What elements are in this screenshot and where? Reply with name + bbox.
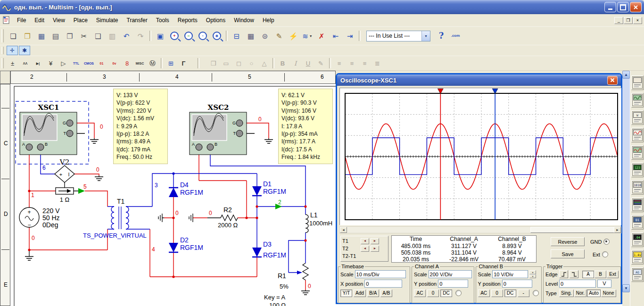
place-transistor-icon[interactable]: ¥ xyxy=(45,58,57,69)
timebase-ba-button[interactable]: B/A xyxy=(367,289,379,297)
copy-icon[interactable]: ❑ xyxy=(91,29,105,42)
align-left-icon[interactable]: ≡ xyxy=(333,58,345,69)
oscilloscope-xsc2-symbol[interactable] xyxy=(190,112,247,155)
timebase-add-button[interactable]: Add xyxy=(354,289,366,297)
restore-button[interactable] xyxy=(617,2,629,12)
controlled-source-v2-symbol[interactable] xyxy=(55,165,74,182)
channel-b-0-button[interactable]: 0 xyxy=(491,289,503,297)
place-analog-icon[interactable]: ▷ xyxy=(58,58,69,69)
oscilloscope-titlebar[interactable]: Oscilloscope-XSC1 xyxy=(337,74,621,86)
dropdown-arrow-icon[interactable]: ▼ xyxy=(421,31,430,41)
menu-reports[interactable]: Reports xyxy=(173,15,202,25)
align-right-icon[interactable]: ≡ xyxy=(359,58,371,69)
underline-icon[interactable]: U xyxy=(302,58,314,69)
channel-b-dc-button[interactable]: DC xyxy=(504,289,516,297)
multimeter-icon[interactable] xyxy=(631,75,644,90)
channel-b-ac-button[interactable]: AC xyxy=(478,289,490,297)
education-web-icon[interactable]: .com xyxy=(449,29,462,42)
place-mixed-icon[interactable]: 0v xyxy=(108,58,120,69)
place-misc-digital-icon[interactable]: 01 xyxy=(96,58,107,69)
mdi-minimize-button[interactable]: _ xyxy=(614,17,623,24)
channel-a-radio[interactable] xyxy=(455,290,462,296)
menu-tools[interactable]: Tools xyxy=(152,15,173,25)
falling-edge-icon[interactable] xyxy=(570,270,578,278)
channel-b--button[interactable]: - xyxy=(518,289,529,297)
place-ttl-icon[interactable]: TTL xyxy=(70,58,82,69)
mdi-restore-button[interactable]: ❐ xyxy=(624,17,633,24)
undo-icon[interactable]: ↶ xyxy=(120,29,133,42)
ground-symbol[interactable] xyxy=(25,250,33,260)
redo-icon[interactable]: ↷ xyxy=(134,29,147,42)
spinner-down-icon[interactable]: ▾ xyxy=(529,274,536,279)
channel-a-0-button[interactable]: 0 xyxy=(427,289,439,297)
grapher-icon[interactable]: ≋▼ xyxy=(301,29,314,42)
logic-converter-icon[interactable]: D1 xyxy=(631,215,644,230)
place-misc-icon[interactable]: MISC xyxy=(134,58,146,69)
place-source-icon[interactable]: ± xyxy=(7,58,18,69)
cursor2-right-button[interactable]: ► xyxy=(371,246,379,252)
new-document-icon[interactable]: ❏ xyxy=(7,29,20,42)
annotation-ellipse-icon[interactable]: ○ xyxy=(246,58,257,69)
timebase-scale-input[interactable] xyxy=(355,270,406,278)
scroll-up-icon[interactable]: ▲ xyxy=(622,71,630,79)
menu-simulate[interactable]: Simulate xyxy=(92,15,123,25)
menu-file[interactable]: File xyxy=(13,15,30,25)
trigger-source-b-button[interactable]: B xyxy=(594,271,606,278)
channel-b-yposition-input[interactable] xyxy=(502,280,532,288)
place-electromechanical-icon[interactable]: Ⓜ xyxy=(147,58,158,69)
current-sensor-symbol[interactable] xyxy=(56,188,74,194)
agilent-function-generator-icon[interactable]: AG xyxy=(631,267,644,282)
mdi-close-button[interactable]: × xyxy=(633,17,642,24)
scrollbar-left-icon[interactable]: ◄ xyxy=(340,227,347,233)
channel-a-scale-input[interactable] xyxy=(429,270,472,278)
word-generator-icon[interactable]: 1010 xyxy=(631,180,644,195)
menu-edit[interactable]: Edit xyxy=(30,15,49,25)
trigger-type-auto-button[interactable]: Auto xyxy=(587,289,601,297)
paste-icon[interactable]: ▥ xyxy=(106,29,119,42)
timebase-ab-button[interactable]: A/B xyxy=(380,289,392,297)
database-manager-icon[interactable]: ⊜ xyxy=(258,29,272,42)
forward-annotate-icon[interactable]: ⇥ xyxy=(343,29,356,42)
workspace-vertical-scrollbar[interactable]: ▲ ▼ xyxy=(622,71,630,292)
virtual-component-icon[interactable]: ✱ xyxy=(19,46,30,55)
run-simulation-icon[interactable]: ⚡ xyxy=(287,29,300,42)
align-center-icon[interactable]: ≡ xyxy=(346,58,358,69)
transformer-t1-symbol[interactable] xyxy=(111,207,129,229)
fullscreen-icon[interactable]: ▣ xyxy=(154,29,167,42)
channel-a-ac-button[interactable]: AC xyxy=(414,289,426,297)
help-icon[interactable]: ? xyxy=(435,29,448,42)
spreadsheet-view-icon[interactable]: ▦ xyxy=(244,29,257,42)
diode-d2-symbol[interactable] xyxy=(169,243,178,252)
open-icon[interactable]: ❐ xyxy=(21,29,34,42)
save-button[interactable]: Save xyxy=(551,249,585,258)
trigger-type-nor-button[interactable]: Nor. xyxy=(574,289,586,297)
oscilloscope-close-button[interactable] xyxy=(607,76,618,85)
reverse-button[interactable]: Reverse xyxy=(551,237,585,246)
ground-symbol[interactable] xyxy=(301,290,310,295)
inductor-l1-symbol[interactable] xyxy=(305,215,308,232)
print-icon[interactable]: ▤ xyxy=(49,29,62,42)
ground-symbol[interactable] xyxy=(158,214,164,222)
resistor-r2-symbol[interactable] xyxy=(221,215,238,221)
oscilloscope-scrollbar[interactable]: ◄ ► xyxy=(339,226,621,233)
place-hierarchical-block-icon[interactable]: ⊞ xyxy=(165,58,177,69)
place-indicator-icon[interactable]: 8 xyxy=(121,58,133,69)
design-toolbox-icon[interactable]: ⊟ xyxy=(230,29,243,42)
menu-view[interactable]: View xyxy=(49,15,69,25)
scrollbar-thumb[interactable] xyxy=(530,227,614,233)
frequency-counter-icon[interactable]: 123 xyxy=(631,163,644,177)
function-generator-icon[interactable] xyxy=(631,93,644,108)
list-icon[interactable]: ≣ xyxy=(372,58,383,69)
menu-options[interactable]: Options xyxy=(202,15,230,25)
distortion-analyzer-icon[interactable]: .04 xyxy=(631,232,644,247)
trigger-type-none-button[interactable]: None xyxy=(601,289,616,297)
zoom-full-icon[interactable]: ∗ xyxy=(210,29,223,42)
wattmeter-icon[interactable]: W xyxy=(631,110,644,125)
ext-radio[interactable] xyxy=(602,251,608,257)
ground-symbol[interactable] xyxy=(95,175,103,181)
cursor2-left-button[interactable]: ◄ xyxy=(361,246,369,252)
spinner-up-icon[interactable]: ▴ xyxy=(529,270,536,274)
bode-plotter-icon[interactable] xyxy=(631,145,644,160)
close-button[interactable] xyxy=(630,2,642,12)
measurement-probe-icon[interactable]: 1.4v xyxy=(631,250,644,265)
